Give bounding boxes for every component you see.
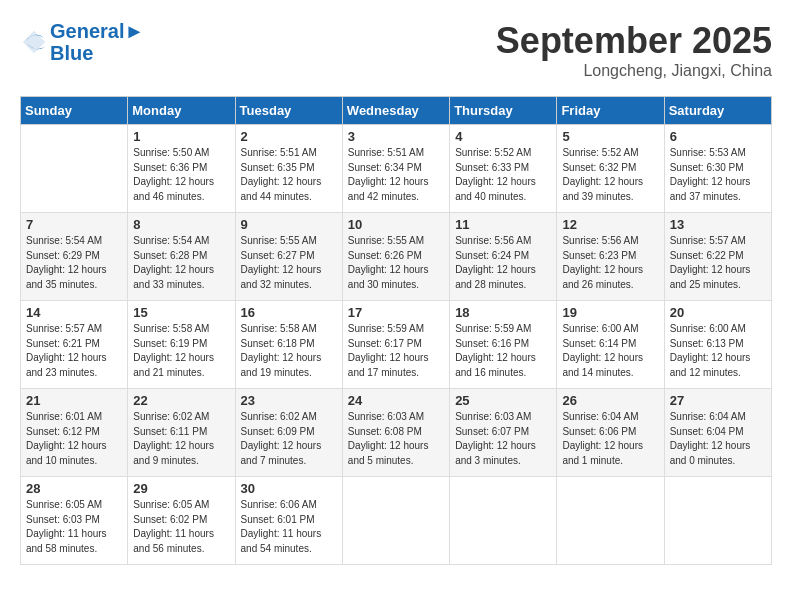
day-info: Sunrise: 6:01 AMSunset: 6:12 PMDaylight:… — [26, 410, 122, 468]
calendar-cell: 29Sunrise: 6:05 AMSunset: 6:02 PMDayligh… — [128, 477, 235, 565]
day-number: 25 — [455, 393, 551, 408]
day-number: 22 — [133, 393, 229, 408]
day-info: Sunrise: 5:54 AMSunset: 6:29 PMDaylight:… — [26, 234, 122, 292]
day-number: 16 — [241, 305, 337, 320]
calendar-cell — [664, 477, 771, 565]
day-info: Sunrise: 6:06 AMSunset: 6:01 PMDaylight:… — [241, 498, 337, 556]
day-number: 6 — [670, 129, 766, 144]
calendar-cell: 17Sunrise: 5:59 AMSunset: 6:17 PMDayligh… — [342, 301, 449, 389]
week-row-3: 14Sunrise: 5:57 AMSunset: 6:21 PMDayligh… — [21, 301, 772, 389]
day-info: Sunrise: 5:52 AMSunset: 6:33 PMDaylight:… — [455, 146, 551, 204]
day-number: 24 — [348, 393, 444, 408]
day-number: 4 — [455, 129, 551, 144]
calendar-cell: 10Sunrise: 5:55 AMSunset: 6:26 PMDayligh… — [342, 213, 449, 301]
day-number: 21 — [26, 393, 122, 408]
calendar-cell: 15Sunrise: 5:58 AMSunset: 6:19 PMDayligh… — [128, 301, 235, 389]
logo-text: General► Blue — [50, 20, 144, 64]
day-info: Sunrise: 5:57 AMSunset: 6:22 PMDaylight:… — [670, 234, 766, 292]
day-number: 13 — [670, 217, 766, 232]
day-info: Sunrise: 6:03 AMSunset: 6:08 PMDaylight:… — [348, 410, 444, 468]
day-info: Sunrise: 5:59 AMSunset: 6:16 PMDaylight:… — [455, 322, 551, 380]
day-info: Sunrise: 5:54 AMSunset: 6:28 PMDaylight:… — [133, 234, 229, 292]
day-info: Sunrise: 5:57 AMSunset: 6:21 PMDaylight:… — [26, 322, 122, 380]
calendar-cell — [21, 125, 128, 213]
day-number: 30 — [241, 481, 337, 496]
day-number: 12 — [562, 217, 658, 232]
day-number: 17 — [348, 305, 444, 320]
calendar-cell: 8Sunrise: 5:54 AMSunset: 6:28 PMDaylight… — [128, 213, 235, 301]
day-number: 2 — [241, 129, 337, 144]
calendar-cell: 2Sunrise: 5:51 AMSunset: 6:35 PMDaylight… — [235, 125, 342, 213]
day-info: Sunrise: 6:04 AMSunset: 6:04 PMDaylight:… — [670, 410, 766, 468]
day-info: Sunrise: 5:56 AMSunset: 6:23 PMDaylight:… — [562, 234, 658, 292]
day-number: 15 — [133, 305, 229, 320]
page-header: General► Blue September 2025 Longcheng, … — [20, 20, 772, 80]
location: Longcheng, Jiangxi, China — [496, 62, 772, 80]
weekday-header-tuesday: Tuesday — [235, 97, 342, 125]
calendar-cell: 22Sunrise: 6:02 AMSunset: 6:11 PMDayligh… — [128, 389, 235, 477]
calendar-cell: 7Sunrise: 5:54 AMSunset: 6:29 PMDaylight… — [21, 213, 128, 301]
calendar-cell: 3Sunrise: 5:51 AMSunset: 6:34 PMDaylight… — [342, 125, 449, 213]
day-number: 29 — [133, 481, 229, 496]
calendar-cell: 5Sunrise: 5:52 AMSunset: 6:32 PMDaylight… — [557, 125, 664, 213]
week-row-1: 1Sunrise: 5:50 AMSunset: 6:36 PMDaylight… — [21, 125, 772, 213]
day-number: 14 — [26, 305, 122, 320]
calendar-cell: 27Sunrise: 6:04 AMSunset: 6:04 PMDayligh… — [664, 389, 771, 477]
weekday-header-monday: Monday — [128, 97, 235, 125]
calendar-cell: 18Sunrise: 5:59 AMSunset: 6:16 PMDayligh… — [450, 301, 557, 389]
day-info: Sunrise: 5:51 AMSunset: 6:35 PMDaylight:… — [241, 146, 337, 204]
calendar-cell: 11Sunrise: 5:56 AMSunset: 6:24 PMDayligh… — [450, 213, 557, 301]
calendar-cell: 4Sunrise: 5:52 AMSunset: 6:33 PMDaylight… — [450, 125, 557, 213]
day-number: 23 — [241, 393, 337, 408]
day-info: Sunrise: 5:56 AMSunset: 6:24 PMDaylight:… — [455, 234, 551, 292]
weekday-header-wednesday: Wednesday — [342, 97, 449, 125]
calendar-cell: 24Sunrise: 6:03 AMSunset: 6:08 PMDayligh… — [342, 389, 449, 477]
month-title: September 2025 — [496, 20, 772, 62]
calendar-cell: 28Sunrise: 6:05 AMSunset: 6:03 PMDayligh… — [21, 477, 128, 565]
day-number: 9 — [241, 217, 337, 232]
day-info: Sunrise: 5:55 AMSunset: 6:26 PMDaylight:… — [348, 234, 444, 292]
day-number: 5 — [562, 129, 658, 144]
weekday-header-friday: Friday — [557, 97, 664, 125]
day-info: Sunrise: 6:05 AMSunset: 6:02 PMDaylight:… — [133, 498, 229, 556]
weekday-header-row: SundayMondayTuesdayWednesdayThursdayFrid… — [21, 97, 772, 125]
calendar-cell: 13Sunrise: 5:57 AMSunset: 6:22 PMDayligh… — [664, 213, 771, 301]
day-number: 7 — [26, 217, 122, 232]
day-info: Sunrise: 6:04 AMSunset: 6:06 PMDaylight:… — [562, 410, 658, 468]
calendar-cell: 9Sunrise: 5:55 AMSunset: 6:27 PMDaylight… — [235, 213, 342, 301]
calendar-cell: 30Sunrise: 6:06 AMSunset: 6:01 PMDayligh… — [235, 477, 342, 565]
day-info: Sunrise: 5:58 AMSunset: 6:19 PMDaylight:… — [133, 322, 229, 380]
calendar-cell — [342, 477, 449, 565]
calendar-cell: 14Sunrise: 5:57 AMSunset: 6:21 PMDayligh… — [21, 301, 128, 389]
logo-icon — [20, 28, 48, 56]
calendar-cell — [450, 477, 557, 565]
day-info: Sunrise: 5:51 AMSunset: 6:34 PMDaylight:… — [348, 146, 444, 204]
day-info: Sunrise: 5:59 AMSunset: 6:17 PMDaylight:… — [348, 322, 444, 380]
day-number: 26 — [562, 393, 658, 408]
day-number: 18 — [455, 305, 551, 320]
calendar-cell: 16Sunrise: 5:58 AMSunset: 6:18 PMDayligh… — [235, 301, 342, 389]
calendar-cell: 1Sunrise: 5:50 AMSunset: 6:36 PMDaylight… — [128, 125, 235, 213]
day-info: Sunrise: 6:02 AMSunset: 6:09 PMDaylight:… — [241, 410, 337, 468]
day-info: Sunrise: 5:50 AMSunset: 6:36 PMDaylight:… — [133, 146, 229, 204]
day-info: Sunrise: 6:05 AMSunset: 6:03 PMDaylight:… — [26, 498, 122, 556]
day-info: Sunrise: 5:58 AMSunset: 6:18 PMDaylight:… — [241, 322, 337, 380]
calendar-cell: 6Sunrise: 5:53 AMSunset: 6:30 PMDaylight… — [664, 125, 771, 213]
calendar-cell: 20Sunrise: 6:00 AMSunset: 6:13 PMDayligh… — [664, 301, 771, 389]
logo: General► Blue — [20, 20, 144, 64]
week-row-5: 28Sunrise: 6:05 AMSunset: 6:03 PMDayligh… — [21, 477, 772, 565]
day-info: Sunrise: 6:00 AMSunset: 6:14 PMDaylight:… — [562, 322, 658, 380]
calendar-cell: 23Sunrise: 6:02 AMSunset: 6:09 PMDayligh… — [235, 389, 342, 477]
calendar-cell: 19Sunrise: 6:00 AMSunset: 6:14 PMDayligh… — [557, 301, 664, 389]
day-number: 11 — [455, 217, 551, 232]
day-number: 19 — [562, 305, 658, 320]
calendar-cell — [557, 477, 664, 565]
day-number: 28 — [26, 481, 122, 496]
calendar-cell: 21Sunrise: 6:01 AMSunset: 6:12 PMDayligh… — [21, 389, 128, 477]
day-number: 1 — [133, 129, 229, 144]
week-row-4: 21Sunrise: 6:01 AMSunset: 6:12 PMDayligh… — [21, 389, 772, 477]
title-block: September 2025 Longcheng, Jiangxi, China — [496, 20, 772, 80]
day-number: 3 — [348, 129, 444, 144]
day-number: 10 — [348, 217, 444, 232]
calendar-cell: 12Sunrise: 5:56 AMSunset: 6:23 PMDayligh… — [557, 213, 664, 301]
